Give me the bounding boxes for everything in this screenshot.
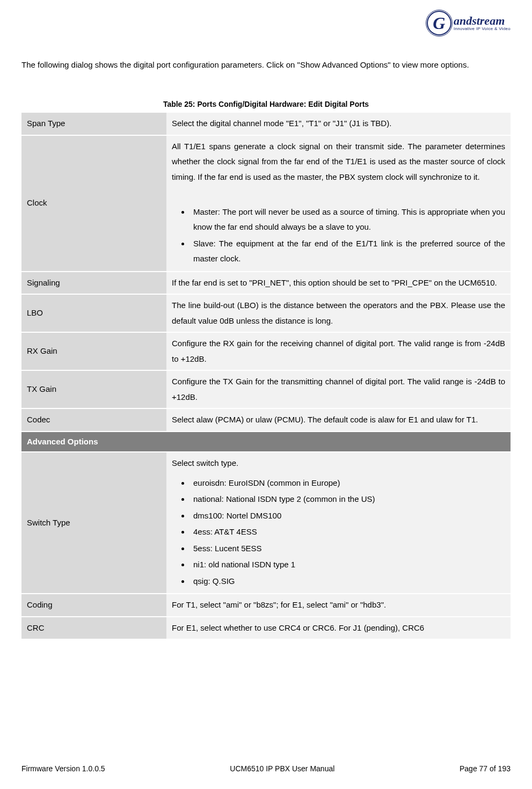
logo-text: andstream Innovative IP Voice & Video bbox=[454, 15, 511, 31]
bullet-list: euroisdn: EuroISDN (common in Europe) na… bbox=[172, 476, 505, 589]
logo-name: andstream bbox=[454, 15, 511, 27]
bullet-list: Master: The port will never be used as a… bbox=[172, 204, 505, 267]
page-header: G andstream Innovative IP Voice & Video bbox=[21, 11, 511, 35]
page-footer: Firmware Version 1.0.0.5 UCM6510 IP PBX … bbox=[21, 764, 511, 773]
row-label: Span Type bbox=[21, 113, 166, 135]
table-row: Clock All T1/E1 spans generate a clock s… bbox=[21, 136, 511, 271]
brand-logo: G andstream Innovative IP Voice & Video bbox=[427, 11, 511, 35]
row-label: Signaling bbox=[21, 272, 166, 294]
list-item: 5ess: Lucent 5ESS bbox=[190, 541, 505, 557]
intro-paragraph: The following dialog shows the digital p… bbox=[21, 57, 511, 73]
section-header-row: Advanced Options bbox=[21, 432, 511, 452]
logo-tagline: Innovative IP Voice & Video bbox=[454, 27, 511, 31]
table-row: Codec Select alaw (PCMA) or ulaw (PCMU).… bbox=[21, 409, 511, 431]
row-desc: The line build-out (LBO) is the distance… bbox=[166, 295, 511, 332]
list-item: national: National ISDN type 2 (common i… bbox=[190, 492, 505, 507]
logo-mark-icon: G bbox=[427, 11, 451, 35]
table-row: Span Type Select the digital channel mod… bbox=[21, 113, 511, 135]
row-desc-text: Select switch type. bbox=[172, 458, 238, 467]
row-desc-text: All T1/E1 spans generate a clock signal … bbox=[172, 142, 505, 181]
row-desc: If the far end is set to "PRI_NET", this… bbox=[166, 272, 511, 294]
table-row: Switch Type Select switch type. euroisdn… bbox=[21, 452, 511, 593]
row-desc: Select alaw (PCMA) or ulaw (PCMU). The d… bbox=[166, 409, 511, 431]
table-row: LBO The line build-out (LBO) is the dist… bbox=[21, 295, 511, 332]
list-item: euroisdn: EuroISDN (common in Europe) bbox=[190, 476, 505, 491]
row-label: Clock bbox=[21, 136, 166, 271]
table-row: Coding For T1, select "ami" or "b8zs"; f… bbox=[21, 594, 511, 616]
section-header: Advanced Options bbox=[21, 432, 511, 452]
list-item: 4ess: AT&T 4ESS bbox=[190, 524, 505, 540]
row-label: Switch Type bbox=[21, 452, 166, 593]
table-row: Signaling If the far end is set to "PRI_… bbox=[21, 272, 511, 294]
table-row: RX Gain Configure the RX gain for the re… bbox=[21, 333, 511, 370]
list-item: qsig: Q.SIG bbox=[190, 574, 505, 589]
row-desc: Configure the RX gain for the receiving … bbox=[166, 333, 511, 370]
table-row: TX Gain Configure the TX Gain for the tr… bbox=[21, 371, 511, 408]
list-item: ni1: old national ISDN type 1 bbox=[190, 557, 505, 573]
footer-left: Firmware Version 1.0.0.5 bbox=[21, 764, 105, 773]
row-desc: For T1, select "ami" or "b8zs"; for E1, … bbox=[166, 594, 511, 616]
row-label: Coding bbox=[21, 594, 166, 616]
list-item: Slave: The equipment at the far end of t… bbox=[190, 236, 505, 267]
row-desc: Select switch type. euroisdn: EuroISDN (… bbox=[166, 452, 511, 593]
table-caption: Table 25: Ports Config/Digital Hardware:… bbox=[21, 100, 511, 108]
footer-right: Page 77 of 193 bbox=[460, 764, 511, 773]
row-desc: Select the digital channel mode "E1", "T… bbox=[166, 113, 511, 135]
config-table: Span Type Select the digital channel mod… bbox=[21, 112, 511, 640]
table-row: CRC For E1, select whether to use CRC4 o… bbox=[21, 617, 511, 639]
list-item: dms100: Nortel DMS100 bbox=[190, 508, 505, 524]
row-label: Codec bbox=[21, 409, 166, 431]
row-desc: For E1, select whether to use CRC4 or CR… bbox=[166, 617, 511, 639]
footer-center: UCM6510 IP PBX User Manual bbox=[230, 764, 334, 773]
row-label: CRC bbox=[21, 617, 166, 639]
row-label: TX Gain bbox=[21, 371, 166, 408]
list-item: Master: The port will never be used as a… bbox=[190, 204, 505, 235]
row-label: LBO bbox=[21, 295, 166, 332]
row-desc: All T1/E1 spans generate a clock signal … bbox=[166, 136, 511, 271]
row-desc: Configure the TX Gain for the transmitti… bbox=[166, 371, 511, 408]
row-label: RX Gain bbox=[21, 333, 166, 370]
